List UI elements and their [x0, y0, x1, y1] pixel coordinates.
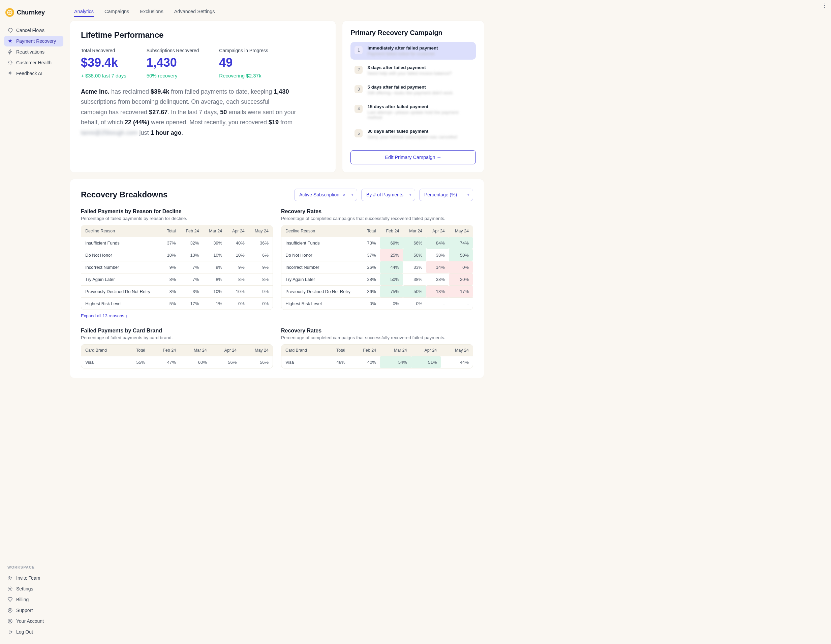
filter-subscription[interactable]: Active Subscription✕▾ [294, 189, 357, 201]
step-title: 15 days after failed payment [367, 104, 472, 109]
col-month: Total [325, 345, 349, 356]
cell-value: 69% [380, 237, 403, 249]
cell-value: 17% [180, 297, 203, 310]
step-title: Immediately after failed payment [367, 46, 438, 51]
table-row: Highest Risk Level0%0%0%-- [282, 297, 473, 310]
cell-value: 37% [161, 237, 180, 249]
cell-value: 38% [426, 249, 449, 261]
cell-value: - [426, 297, 449, 310]
cell-value: 9% [249, 285, 272, 297]
campaign-step-2[interactable]: 23 days after failed paymentNeed help wi… [350, 62, 476, 79]
logo[interactable]: Churnkey [4, 8, 64, 24]
sidebar-item-settings[interactable]: Settings [4, 584, 64, 594]
tab-exclusions[interactable]: Exclusions [140, 7, 163, 17]
sidebar-item-label: Log Out [16, 629, 33, 634]
row-label: Do Not Honor [282, 249, 361, 261]
step-subtitle: Still offering—looks like payment didn't… [367, 90, 452, 95]
col-month: Apr 24 [211, 345, 241, 356]
cell-value: 7% [180, 261, 203, 273]
row-label: Insufficient Funds [81, 237, 161, 249]
more-menu-icon[interactable]: ⋮ [821, 3, 828, 7]
col-month: May 24 [249, 225, 272, 237]
cell-value: 9% [161, 261, 180, 273]
cell-value: 39% [203, 237, 226, 249]
sidebar-item-label: Feedback AI [16, 71, 43, 76]
step-number: 5 [355, 129, 363, 137]
health-icon [7, 60, 13, 65]
cell-value: 40% [349, 356, 380, 368]
sidebar-item-billing[interactable]: Billing [4, 594, 64, 605]
cell-value: 1% [203, 297, 226, 310]
campaign-step-5[interactable]: 530 days after failed paymentSorry, your… [350, 125, 476, 143]
table-row: Highest Risk Level5%17%1%0%0% [81, 297, 272, 310]
sidebar-item-label: Settings [16, 586, 33, 592]
campaign-step-1[interactable]: 1Immediately after failed paymentPayment… [350, 42, 476, 60]
sidebar-item-feedback-ai[interactable]: Feedback AI [4, 68, 64, 79]
sidebar-item-payment-recovery[interactable]: Payment Recovery [4, 36, 64, 46]
cell-value: 84% [426, 237, 449, 249]
chevron-down-icon: ▾ [467, 192, 470, 197]
step-subtitle: Payment failed notice for customer [367, 51, 438, 56]
tab-analytics[interactable]: Analytics [74, 7, 94, 17]
row-label: Highest Risk Level [81, 297, 161, 310]
col-label: Card Brand [81, 345, 124, 356]
logo-icon [5, 8, 14, 17]
sidebar-item-support[interactable]: Support [4, 605, 64, 616]
filter-metric[interactable]: By # of Payments▾ [361, 189, 415, 201]
sidebar: Churnkey Cancel FlowsPayment RecoveryRea… [0, 0, 67, 644]
table-row: Do Not Honor10%13%10%10%6% [81, 249, 272, 261]
filter-format[interactable]: Percentage (%)▾ [419, 189, 473, 201]
col-month: Feb 24 [349, 345, 380, 356]
step-subtitle: Last attempt—please update hold the paym… [367, 110, 472, 120]
cell-value: 73% [361, 237, 380, 249]
cell-value: 66% [403, 237, 426, 249]
primary-campaign-card: Primary Recovery Campaign 1Immediately a… [342, 21, 484, 172]
sidebar-item-label: Invite Team [16, 575, 40, 581]
cell-value: 14% [426, 261, 449, 273]
col-month: Apr 24 [226, 225, 249, 237]
table-row: Insufficient Funds37%32%39%40%36% [81, 237, 272, 249]
row-label: Try Again Later [81, 273, 161, 285]
tab-advanced-settings[interactable]: Advanced Settings [174, 7, 215, 17]
step-number: 3 [355, 85, 363, 93]
cell-value: 8% [226, 273, 249, 285]
edit-primary-campaign-button[interactable]: Edit Primary Campaign → [350, 150, 476, 164]
row-label: Incorrect Number [282, 261, 361, 273]
top-tabs: AnalyticsCampaignsExclusionsAdvanced Set… [70, 4, 484, 21]
sidebar-item-cancel-flows[interactable]: Cancel Flows [4, 25, 64, 36]
sidebar-item-your-account[interactable]: Your Account [4, 616, 64, 627]
svg-point-1 [9, 576, 10, 578]
cell-value: 0% [249, 297, 272, 310]
clear-filter-icon[interactable]: ✕ [341, 193, 346, 198]
col-month: May 24 [441, 345, 473, 356]
sidebar-item-log-out[interactable]: Log Out [4, 627, 64, 637]
tab-campaigns[interactable]: Campaigns [105, 7, 129, 17]
cell-value: 55% [124, 356, 149, 368]
campaign-step-4[interactable]: 415 days after failed paymentLast attemp… [350, 101, 476, 123]
cell-value: 38% [426, 273, 449, 285]
cell-value: 32% [180, 237, 203, 249]
sidebar-item-label: Your Account [16, 619, 44, 624]
cell-value: 50% [403, 249, 426, 261]
sidebar-item-invite-team[interactable]: Invite Team [4, 572, 64, 584]
col-month: May 24 [449, 225, 473, 237]
cell-value: 60% [180, 356, 211, 368]
failed-by-brand-table: Card BrandTotalFeb 24Mar 24Apr 24May 24V… [81, 344, 273, 369]
col-month: Mar 24 [203, 225, 226, 237]
col-label: Card Brand [282, 345, 325, 356]
table-row: Incorrect Number9%7%9%9%9% [81, 261, 272, 273]
col-month: Mar 24 [380, 345, 411, 356]
cell-value: 51% [411, 356, 441, 368]
expand-reasons-link[interactable]: Expand all 13 reasons ↓ [81, 313, 128, 318]
breakdowns-title: Recovery Breakdowns [81, 190, 167, 199]
sidebar-item-reactivations[interactable]: Reactivations [4, 46, 64, 57]
table-row: Do Not Honor37%25%50%38%50% [282, 249, 473, 261]
cell-value: 8% [161, 273, 180, 285]
campaign-step-3[interactable]: 35 days after failed paymentStill offeri… [350, 81, 476, 99]
cell-value: 7% [180, 273, 203, 285]
cell-value: 44% [380, 261, 403, 273]
sidebar-item-customer-health[interactable]: Customer Health [4, 57, 64, 68]
recovery-breakdowns-card: Recovery Breakdowns Active Subscription✕… [70, 179, 484, 378]
cell-value: 74% [449, 237, 473, 249]
lifetime-title: Lifetime Performance [81, 30, 325, 40]
